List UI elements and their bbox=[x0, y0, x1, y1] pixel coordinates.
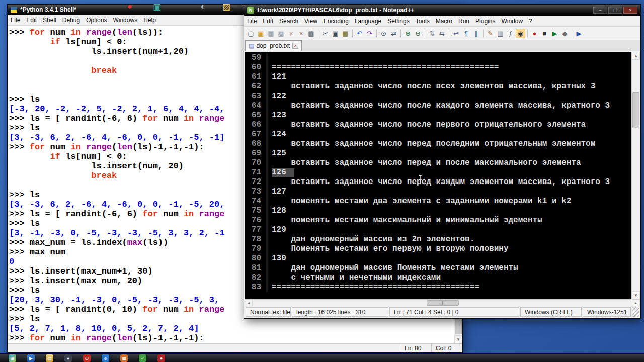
maximize-button[interactable]: ▢ bbox=[608, 7, 622, 14]
editor-line[interactable]: 75128 bbox=[245, 206, 631, 216]
desktop-red-circle-icon[interactable]: ● bbox=[124, 1, 136, 13]
editor-line[interactable]: 82 с четными и нечетными индексами bbox=[245, 273, 631, 283]
menu-debug[interactable]: Debug bbox=[59, 17, 83, 24]
editor-line[interactable]: 76 поменять местами максимальный и миним… bbox=[245, 216, 631, 225]
menu-plugins[interactable]: Plugins bbox=[472, 18, 498, 25]
editor-line[interactable]: 80130 bbox=[245, 254, 631, 263]
stop-macro-icon[interactable]: ■ bbox=[540, 29, 549, 38]
editor-line[interactable]: 78 дан одномерный массив из 2n элементов… bbox=[245, 235, 631, 244]
taskbar-red-app-icon[interactable]: ● bbox=[157, 354, 165, 362]
tab-dop-prob[interactable]: ▤ dop_prob.txt × bbox=[245, 40, 302, 51]
taskbar-photo-viewer-icon[interactable]: ▣ bbox=[9, 354, 16, 362]
taskbar-folder-icon[interactable]: ▤ bbox=[46, 354, 53, 362]
sync-vertical-icon[interactable]: ⇅ bbox=[427, 29, 437, 38]
minimize-button[interactable]: – bbox=[593, 7, 607, 14]
desktop-colored-app-icon[interactable]: ▣ bbox=[151, 1, 163, 13]
menu-windows[interactable]: Windows bbox=[110, 17, 140, 24]
editor-line[interactable]: 65123 bbox=[245, 111, 631, 120]
sync-horizontal-icon[interactable]: ⇆ bbox=[437, 29, 447, 38]
menu-language[interactable]: Language bbox=[352, 18, 384, 25]
tab-close-icon[interactable]: × bbox=[292, 43, 298, 49]
scroll-right-arrow-icon[interactable]: ► bbox=[632, 300, 640, 306]
editor-line[interactable]: 62 вставить заданное число после всех эл… bbox=[245, 82, 631, 92]
paste-icon[interactable]: ▦ bbox=[341, 29, 350, 38]
editor-line[interactable]: 67124 bbox=[245, 130, 631, 139]
desktop-folder-icon[interactable]: ▨ bbox=[220, 1, 232, 13]
npp-vertical-scrollbar[interactable]: ▲ ▼ bbox=[631, 52, 640, 299]
taskbar-ie-icon[interactable]: e bbox=[102, 354, 109, 362]
npp-horizontal-scrollbar[interactable]: ◄ ► bbox=[245, 299, 640, 306]
menu-?[interactable]: ? bbox=[526, 18, 535, 25]
print-icon[interactable]: ▤ bbox=[306, 29, 316, 38]
menu-edit[interactable]: Edit bbox=[260, 18, 276, 25]
editor-line[interactable]: 77129 bbox=[245, 225, 631, 235]
close-all-icon[interactable]: × bbox=[296, 29, 306, 38]
desktop-gear-icon[interactable]: ◐ bbox=[197, 1, 209, 13]
menu-settings[interactable]: Settings bbox=[384, 18, 412, 25]
editor-line[interactable]: 70 вставить заданное число перед и после… bbox=[245, 158, 631, 168]
monitoring-icon[interactable]: ◉ bbox=[516, 29, 525, 38]
editor-line[interactable]: 59 bbox=[245, 53, 631, 63]
copy-icon[interactable]: ▣ bbox=[331, 29, 340, 38]
menu-file[interactable]: File bbox=[244, 18, 260, 25]
menu-edit[interactable]: Edit bbox=[23, 17, 40, 24]
resize-grip[interactable] bbox=[632, 307, 639, 317]
zoom-out-icon[interactable]: ⊖ bbox=[413, 29, 423, 38]
scroll-left-arrow-icon[interactable]: ◄ bbox=[245, 300, 253, 306]
redo-icon[interactable]: ↷ bbox=[365, 29, 374, 38]
editor-line[interactable]: 83======================================… bbox=[245, 283, 631, 292]
record-macro-icon[interactable]: ● bbox=[530, 29, 539, 38]
new-file-icon[interactable]: ▢ bbox=[246, 29, 256, 38]
menu-view[interactable]: View bbox=[301, 18, 320, 25]
save-macro-icon[interactable]: ◆ bbox=[560, 29, 570, 38]
save-icon[interactable]: ▦ bbox=[266, 29, 276, 38]
menu-run[interactable]: Run bbox=[455, 18, 472, 25]
editor-line[interactable]: 64 вставить заданное число после каждого… bbox=[245, 101, 631, 111]
menu-macro[interactable]: Macro bbox=[433, 18, 455, 25]
replace-icon[interactable]: ⇄ bbox=[389, 29, 398, 38]
find-icon[interactable]: ⊙ bbox=[379, 29, 388, 38]
taskbar-green-app-icon[interactable]: ✓ bbox=[139, 354, 146, 362]
editor-line[interactable]: 61121 bbox=[245, 72, 631, 82]
menu-tools[interactable]: Tools bbox=[413, 18, 433, 25]
editor-line[interactable]: 74 поменять местами два элемента с задан… bbox=[245, 197, 631, 206]
editor-line[interactable]: 69125 bbox=[245, 149, 631, 158]
editor-line[interactable]: 81 дан одномерный массив Поменять местам… bbox=[245, 263, 631, 273]
zoom-in-icon[interactable]: ⊕ bbox=[403, 29, 413, 38]
open-folder-icon[interactable]: ▣ bbox=[256, 29, 266, 38]
editor-line[interactable]: 68 вставить заданное число перед последн… bbox=[245, 139, 631, 149]
taskbar-opera-icon[interactable]: O bbox=[83, 354, 91, 362]
scroll-down-arrow-icon[interactable]: ▼ bbox=[632, 291, 640, 299]
indent-guide-icon[interactable]: ∥ bbox=[471, 29, 481, 38]
menu-window[interactable]: Window bbox=[498, 18, 526, 25]
editor-line[interactable]: 72 вставить заданное число перед каждым … bbox=[245, 177, 631, 187]
scroll-down-arrow-icon[interactable]: ▼ bbox=[454, 335, 462, 343]
run-multi-icon[interactable]: ▶ bbox=[574, 29, 584, 38]
menu-options[interactable]: Options bbox=[83, 17, 110, 24]
menu-help[interactable]: Help bbox=[140, 17, 159, 24]
save-all-icon[interactable]: ▩ bbox=[276, 29, 286, 38]
npp-hscroll-thumb[interactable] bbox=[427, 300, 459, 306]
npp-titlebar[interactable]: N f:\work\2020\PYTH\PASCAL6\dop_prob.txt… bbox=[244, 5, 640, 16]
menu-shell[interactable]: Shell bbox=[40, 17, 59, 24]
show-all-characters-icon[interactable]: ¶ bbox=[461, 29, 471, 38]
close-button[interactable]: × bbox=[623, 7, 637, 14]
doc-map-icon[interactable]: ▥ bbox=[496, 29, 505, 38]
menu-file[interactable]: File bbox=[8, 17, 23, 24]
word-wrap-icon[interactable]: ↩ bbox=[451, 29, 461, 38]
scroll-up-arrow-icon[interactable]: ▲ bbox=[632, 52, 640, 60]
npp-scroll-thumb[interactable] bbox=[632, 92, 639, 128]
menu-encoding[interactable]: Encoding bbox=[320, 18, 352, 25]
editor-line[interactable]: 71126 bbox=[245, 168, 631, 177]
npp-editor[interactable]: 5960====================================… bbox=[245, 52, 640, 299]
taskbar-app-dark-icon[interactable]: ♦ bbox=[64, 354, 72, 362]
undo-icon[interactable]: ↶ bbox=[355, 29, 364, 38]
editor-line[interactable]: 66 вставить заданное число после первого… bbox=[245, 120, 631, 130]
taskbar-office-icon[interactable]: ▦ bbox=[120, 354, 128, 362]
user-language-icon[interactable]: ✎ bbox=[486, 29, 495, 38]
editor-line[interactable]: 63122 bbox=[245, 92, 631, 101]
editor-line[interactable]: 73127 bbox=[245, 187, 631, 197]
menu-search[interactable]: Search bbox=[276, 18, 301, 25]
editor-line[interactable]: 60======================================… bbox=[245, 63, 631, 72]
taskbar[interactable]: ▣▶▤♦Oe▦✓● bbox=[0, 353, 644, 362]
